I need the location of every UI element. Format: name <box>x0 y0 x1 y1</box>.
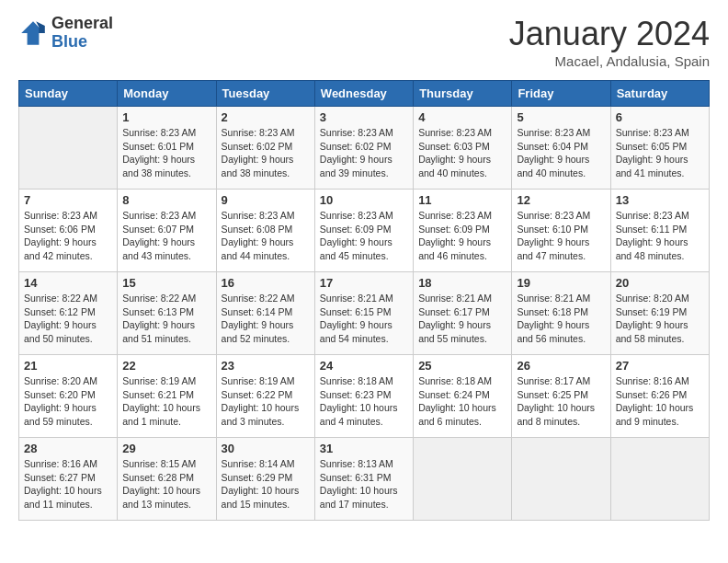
day-info: Sunrise: 8:16 AM Sunset: 6:27 PM Dayligh… <box>24 457 112 511</box>
weekday-header-tuesday: Tuesday <box>216 81 314 107</box>
day-info: Sunrise: 8:19 AM Sunset: 6:22 PM Dayligh… <box>222 374 310 429</box>
day-number: 21 <box>24 359 112 373</box>
calendar-cell: 26Sunrise: 8:17 AM Sunset: 6:25 PM Dayli… <box>512 355 610 438</box>
day-info: Sunrise: 8:23 AM Sunset: 6:10 PM Dayligh… <box>517 209 605 263</box>
day-number: 18 <box>418 276 506 290</box>
day-info: Sunrise: 8:21 AM Sunset: 6:15 PM Dayligh… <box>320 292 408 346</box>
weekday-header-thursday: Thursday <box>414 81 512 107</box>
day-number: 13 <box>616 193 704 207</box>
calendar-cell: 20Sunrise: 8:20 AM Sunset: 6:19 PM Dayli… <box>610 272 709 355</box>
day-number: 10 <box>320 193 408 207</box>
day-number: 9 <box>222 193 310 207</box>
calendar-cell: 9Sunrise: 8:23 AM Sunset: 6:08 PM Daylig… <box>216 190 314 272</box>
day-number: 7 <box>24 193 112 207</box>
day-number: 17 <box>320 276 408 290</box>
day-number: 4 <box>418 110 506 124</box>
calendar-cell: 16Sunrise: 8:22 AM Sunset: 6:14 PM Dayli… <box>216 272 314 355</box>
day-info: Sunrise: 8:23 AM Sunset: 6:02 PM Dayligh… <box>222 126 310 180</box>
day-number: 8 <box>122 193 210 207</box>
calendar-cell: 21Sunrise: 8:20 AM Sunset: 6:20 PM Dayli… <box>19 355 118 438</box>
day-number: 23 <box>222 359 310 373</box>
day-number: 26 <box>517 359 605 373</box>
day-info: Sunrise: 8:23 AM Sunset: 6:07 PM Dayligh… <box>122 209 210 263</box>
day-number: 12 <box>517 193 605 207</box>
day-number: 15 <box>122 276 210 290</box>
day-number: 11 <box>418 193 506 207</box>
day-info: Sunrise: 8:23 AM Sunset: 6:09 PM Dayligh… <box>418 209 506 263</box>
day-number: 1 <box>122 110 210 124</box>
day-info: Sunrise: 8:14 AM Sunset: 6:29 PM Dayligh… <box>222 457 310 511</box>
day-info: Sunrise: 8:23 AM Sunset: 6:05 PM Dayligh… <box>616 126 704 180</box>
day-number: 27 <box>616 359 704 373</box>
calendar-cell: 22Sunrise: 8:19 AM Sunset: 6:21 PM Dayli… <box>118 355 216 438</box>
calendar-cell: 3Sunrise: 8:23 AM Sunset: 6:02 PM Daylig… <box>314 107 413 190</box>
calendar-cell: 28Sunrise: 8:16 AM Sunset: 6:27 PM Dayli… <box>19 438 118 521</box>
calendar-cell: 24Sunrise: 8:18 AM Sunset: 6:23 PM Dayli… <box>314 355 413 438</box>
month-title: January 2024 <box>509 15 710 53</box>
calendar-cell <box>610 438 709 521</box>
day-number: 2 <box>222 110 310 124</box>
day-info: Sunrise: 8:20 AM Sunset: 6:20 PM Dayligh… <box>24 374 112 429</box>
calendar-cell: 5Sunrise: 8:23 AM Sunset: 6:04 PM Daylig… <box>512 107 610 190</box>
calendar-cell: 2Sunrise: 8:23 AM Sunset: 6:02 PM Daylig… <box>216 107 314 190</box>
day-number: 5 <box>517 110 605 124</box>
calendar-cell: 30Sunrise: 8:14 AM Sunset: 6:29 PM Dayli… <box>216 438 314 521</box>
calendar-cell <box>19 107 118 190</box>
day-number: 30 <box>222 442 310 455</box>
calendar-cell: 31Sunrise: 8:13 AM Sunset: 6:31 PM Dayli… <box>314 438 413 521</box>
day-info: Sunrise: 8:22 AM Sunset: 6:12 PM Dayligh… <box>24 292 112 346</box>
calendar-cell: 8Sunrise: 8:23 AM Sunset: 6:07 PM Daylig… <box>118 190 216 272</box>
day-info: Sunrise: 8:23 AM Sunset: 6:11 PM Dayligh… <box>616 209 704 263</box>
day-number: 25 <box>418 359 506 373</box>
logo-text: General Blue <box>51 15 113 52</box>
day-number: 16 <box>222 276 310 290</box>
day-info: Sunrise: 8:21 AM Sunset: 6:17 PM Dayligh… <box>418 292 506 346</box>
calendar-cell: 11Sunrise: 8:23 AM Sunset: 6:09 PM Dayli… <box>414 190 512 272</box>
calendar-cell: 27Sunrise: 8:16 AM Sunset: 6:26 PM Dayli… <box>610 355 709 438</box>
calendar-cell: 6Sunrise: 8:23 AM Sunset: 6:05 PM Daylig… <box>610 107 709 190</box>
calendar-cell <box>512 438 610 521</box>
day-info: Sunrise: 8:23 AM Sunset: 6:08 PM Dayligh… <box>222 209 310 263</box>
calendar-cell: 23Sunrise: 8:19 AM Sunset: 6:22 PM Dayli… <box>216 355 314 438</box>
weekday-header-sunday: Sunday <box>19 81 118 107</box>
day-number: 28 <box>24 442 112 455</box>
day-info: Sunrise: 8:18 AM Sunset: 6:23 PM Dayligh… <box>320 374 408 429</box>
calendar-cell <box>414 438 512 521</box>
day-info: Sunrise: 8:23 AM Sunset: 6:09 PM Dayligh… <box>320 209 408 263</box>
weekday-header-wednesday: Wednesday <box>314 81 413 107</box>
day-info: Sunrise: 8:19 AM Sunset: 6:21 PM Dayligh… <box>122 374 210 429</box>
weekday-header-monday: Monday <box>118 81 216 107</box>
day-number: 24 <box>320 359 408 373</box>
calendar-cell: 18Sunrise: 8:21 AM Sunset: 6:17 PM Dayli… <box>414 272 512 355</box>
day-number: 6 <box>616 110 704 124</box>
day-info: Sunrise: 8:21 AM Sunset: 6:18 PM Dayligh… <box>517 292 605 346</box>
day-info: Sunrise: 8:16 AM Sunset: 6:26 PM Dayligh… <box>616 374 704 429</box>
calendar-cell: 4Sunrise: 8:23 AM Sunset: 6:03 PM Daylig… <box>414 107 512 190</box>
day-info: Sunrise: 8:22 AM Sunset: 6:14 PM Dayligh… <box>222 292 310 346</box>
day-info: Sunrise: 8:23 AM Sunset: 6:02 PM Dayligh… <box>320 126 408 180</box>
day-info: Sunrise: 8:23 AM Sunset: 6:01 PM Dayligh… <box>122 126 210 180</box>
day-number: 29 <box>122 442 210 455</box>
day-number: 3 <box>320 110 408 124</box>
calendar-cell: 15Sunrise: 8:22 AM Sunset: 6:13 PM Dayli… <box>118 272 216 355</box>
day-info: Sunrise: 8:20 AM Sunset: 6:19 PM Dayligh… <box>616 292 704 346</box>
page-header: General Blue January 2024 Macael, Andalu… <box>18 15 710 69</box>
logo: General Blue <box>18 15 113 52</box>
day-info: Sunrise: 8:23 AM Sunset: 6:04 PM Dayligh… <box>517 126 605 180</box>
calendar-cell: 13Sunrise: 8:23 AM Sunset: 6:11 PM Dayli… <box>610 190 709 272</box>
calendar-cell: 25Sunrise: 8:18 AM Sunset: 6:24 PM Dayli… <box>414 355 512 438</box>
calendar-cell: 1Sunrise: 8:23 AM Sunset: 6:01 PM Daylig… <box>118 107 216 190</box>
calendar-cell: 29Sunrise: 8:15 AM Sunset: 6:28 PM Dayli… <box>118 438 216 521</box>
calendar-cell: 19Sunrise: 8:21 AM Sunset: 6:18 PM Dayli… <box>512 272 610 355</box>
weekday-header-friday: Friday <box>512 81 610 107</box>
calendar-cell: 10Sunrise: 8:23 AM Sunset: 6:09 PM Dayli… <box>314 190 413 272</box>
day-number: 19 <box>517 276 605 290</box>
day-info: Sunrise: 8:17 AM Sunset: 6:25 PM Dayligh… <box>517 374 605 429</box>
calendar-cell: 7Sunrise: 8:23 AM Sunset: 6:06 PM Daylig… <box>19 190 118 272</box>
day-number: 14 <box>24 276 112 290</box>
day-info: Sunrise: 8:13 AM Sunset: 6:31 PM Dayligh… <box>320 457 408 511</box>
weekday-header-saturday: Saturday <box>610 81 709 107</box>
logo-icon <box>18 18 48 48</box>
title-block: January 2024 Macael, Andalusia, Spain <box>509 15 710 69</box>
day-number: 20 <box>616 276 704 290</box>
